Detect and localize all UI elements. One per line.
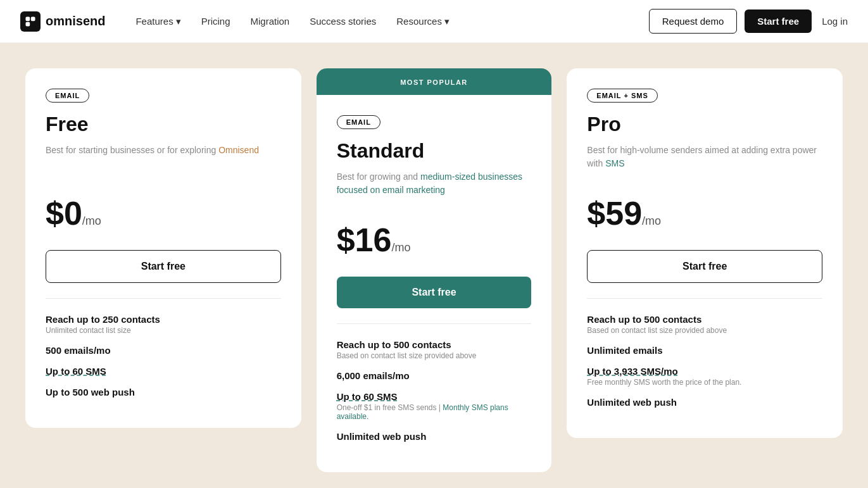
price-period: /mo — [391, 241, 410, 254]
plan-price: $0/mo — [46, 194, 281, 232]
chevron-down-icon: ▾ — [444, 16, 450, 27]
feature-title: Unlimited web push — [587, 397, 822, 408]
feature-item: Reach up to 500 contactsBased on contact… — [587, 314, 822, 335]
feature-title: Reach up to 500 contacts — [587, 314, 822, 325]
plan-name: Free — [46, 113, 281, 136]
feature-title: Up to 60 SMS — [46, 366, 281, 377]
start-free-free-button[interactable]: Start free — [46, 250, 281, 283]
start-free-standard-button[interactable]: Start free — [337, 277, 532, 308]
feature-divider — [46, 298, 281, 299]
plan-description: Best for starting businesses or for expl… — [46, 144, 281, 179]
plan-badge: EMAIL + SMS — [587, 89, 657, 103]
feature-item: 500 emails/mo — [46, 345, 281, 356]
feature-item: Unlimited web push — [587, 397, 822, 408]
feature-divider — [587, 298, 822, 299]
nav-links: Features ▾ Pricing Migration Success sto… — [135, 16, 648, 27]
nav-features[interactable]: Features ▾ — [135, 16, 180, 27]
svg-rect-1 — [31, 16, 35, 21]
most-popular-banner: MOST POPULAR — [317, 68, 552, 95]
chevron-down-icon: ▾ — [176, 16, 181, 27]
feature-item: 6,000 emails/mo — [337, 370, 532, 381]
price-amount: $59 — [587, 194, 642, 232]
feature-title: Up to 60 SMS — [337, 391, 532, 402]
feature-title: Unlimited web push — [337, 431, 532, 442]
feature-item: Unlimited emails — [587, 345, 822, 356]
logo-icon — [20, 11, 41, 32]
feature-item: Up to 500 web push — [46, 387, 281, 397]
feature-title: Reach up to 500 contacts — [337, 339, 532, 350]
plan-price: $16/mo — [337, 221, 532, 259]
feature-title: Up to 500 web push — [46, 387, 281, 397]
start-free-nav-button[interactable]: Start free — [745, 9, 812, 33]
feature-subtitle: One-off $1 in free SMS sends | Monthly S… — [337, 403, 532, 421]
plan-card-free: EMAILFreeBest for starting businesses or… — [25, 68, 301, 428]
price-period: /mo — [642, 215, 661, 228]
feature-item: Reach up to 250 contactsUnlimited contac… — [46, 314, 281, 335]
feature-divider — [337, 323, 532, 324]
svg-rect-0 — [26, 16, 30, 21]
logo-svg — [24, 15, 37, 28]
navbar: omnisend Features ▾ Pricing Migration Su… — [0, 0, 868, 43]
logo-text: omnisend — [46, 14, 105, 28]
feature-title: 500 emails/mo — [46, 345, 281, 356]
feature-title: Up to 3,933 SMS/mo — [587, 366, 822, 377]
main-content: EMAILFreeBest for starting businesses or… — [0, 43, 868, 488]
login-button[interactable]: Log in — [822, 16, 848, 27]
plan-name: Standard — [337, 139, 532, 163]
feature-subtitle: Unlimited contact list size — [46, 326, 281, 335]
plan-badge: EMAIL — [337, 115, 381, 129]
plan-description: Best for high-volume senders aimed at ad… — [587, 144, 822, 179]
plan-description: Best for growing and medium-sized busine… — [337, 170, 532, 206]
price-period: /mo — [82, 215, 101, 228]
feature-item: Reach up to 500 contactsBased on contact… — [337, 339, 532, 360]
feature-subtitle: Based on contact list size provided abov… — [587, 326, 822, 335]
logo[interactable]: omnisend — [20, 11, 105, 32]
nav-success-stories[interactable]: Success stories — [310, 16, 376, 27]
price-amount: $0 — [46, 194, 82, 232]
plan-price: $59/mo — [587, 194, 822, 232]
feature-title: Reach up to 250 contacts — [46, 314, 281, 325]
plan-card-pro: EMAIL + SMSProBest for high-volume sende… — [567, 68, 843, 438]
feature-subtitle: Based on contact list size provided abov… — [337, 351, 532, 360]
plan-card-standard: EMAILStandardBest for growing and medium… — [317, 95, 552, 472]
pricing-grid: EMAILFreeBest for starting businesses or… — [25, 68, 843, 472]
request-demo-button[interactable]: Request demo — [649, 9, 738, 34]
nav-actions: Request demo Start free Log in — [649, 9, 848, 34]
feature-item: Up to 60 SMS — [46, 366, 281, 377]
svg-rect-2 — [26, 22, 30, 26]
plan-name: Pro — [587, 113, 822, 136]
nav-pricing[interactable]: Pricing — [201, 16, 230, 27]
nav-resources[interactable]: Resources ▾ — [396, 16, 450, 27]
nav-migration[interactable]: Migration — [251, 16, 290, 27]
feature-title: Unlimited emails — [587, 345, 822, 356]
plan-badge: EMAIL — [46, 89, 89, 103]
feature-title: 6,000 emails/mo — [337, 370, 532, 381]
plan-card-popular-wrapper: MOST POPULAREMAILStandardBest for growin… — [317, 68, 552, 472]
popular-label: MOST POPULAR — [400, 78, 468, 86]
price-amount: $16 — [337, 221, 392, 259]
feature-item: Up to 3,933 SMS/moFree monthly SMS worth… — [587, 366, 822, 387]
feature-item: Up to 60 SMSOne-off $1 in free SMS sends… — [337, 391, 532, 421]
feature-subtitle: Free monthly SMS worth the price of the … — [587, 378, 822, 387]
start-free-pro-button[interactable]: Start free — [587, 250, 822, 283]
feature-item: Unlimited web push — [337, 431, 532, 442]
